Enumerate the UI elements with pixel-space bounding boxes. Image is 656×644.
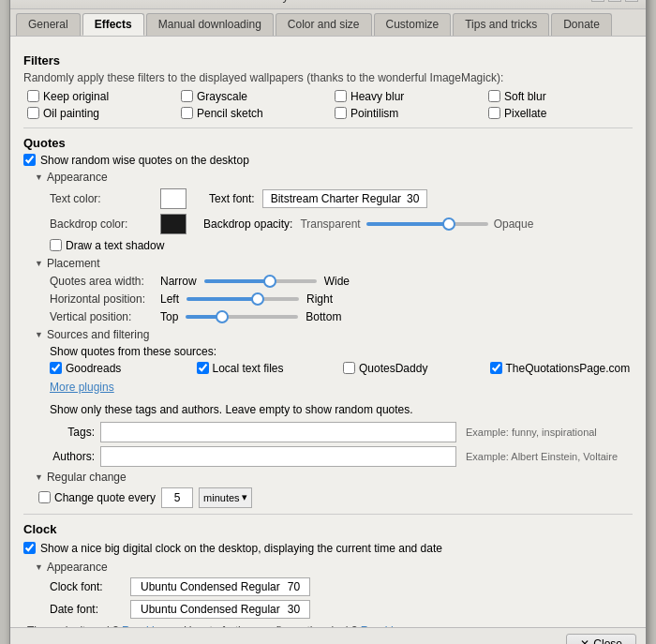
narrow-label: Narrow [160,275,197,288]
preferences-window: Variety Preferences ─ □ ✕ General Effect… [9,0,647,644]
clock-appearance-triangle: ▼ [35,562,43,572]
source-local-text[interactable]: Local text files [197,362,340,375]
sources-header[interactable]: ▼ Sources and filtering [35,328,633,341]
regular-change-label: Regular change [47,471,127,484]
sources-label: Sources and filtering [47,328,149,341]
width-row: Quotes area width: Narrow Wide [46,275,633,288]
minutes-input[interactable] [161,487,193,508]
date-font-size: 30 [288,603,300,616]
text-color-row: Text color: Text font: Bitstream Charter… [46,188,633,209]
clock-appearance-header[interactable]: ▼ Appearance [35,561,633,574]
regular-change-header[interactable]: ▼ Regular change [35,471,633,484]
filter-label: Show only these tags and authors. Leave … [50,403,633,416]
tab-customize[interactable]: Customize [374,13,452,36]
filter-oil-painting-checkbox[interactable] [27,107,39,119]
source-quotationspage[interactable]: TheQuotationsPage.com [490,362,634,375]
placement-triangle: ▼ [35,259,43,268]
date-font-button[interactable]: Ubuntu Condensed Regular 30 [130,600,310,619]
opacity-slider[interactable] [366,222,488,226]
tab-general[interactable]: General [16,13,81,36]
titlebar: Variety Preferences ─ □ ✕ [10,0,646,9]
filter-pixellate[interactable]: Pixellate [488,107,633,120]
horiz-label: Horizontal position: [50,292,153,306]
titlebar-right-controls: ─ □ ✕ [591,0,638,2]
text-font-size: 30 [407,192,419,205]
tab-color-and-size[interactable]: Color and size [276,13,372,36]
authors-example: Example: Albert Einstein, Voltaire [466,451,618,462]
backdrop-color-swatch[interactable] [160,214,186,234]
source-goodreads-checkbox[interactable] [50,362,62,374]
filter-heavy-blur-checkbox[interactable] [335,90,347,102]
filter-keep-original-checkbox[interactable] [27,90,39,102]
tab-donate[interactable]: Donate [551,13,612,36]
sources-content: Show quotes from these sources: Goodread… [46,345,633,467]
more-plugins-link[interactable]: More plugins [50,381,114,394]
placement-subsection: ▼ Placement Quotes area width: Narrow Wi… [35,257,633,323]
sources-subsection: ▼ Sources and filtering Show quotes from… [35,328,633,467]
filter-pointilism[interactable]: Pointilism [335,107,479,120]
change-every-checkbox-label[interactable]: Change quote every [38,491,156,504]
close-icon: ✕ [580,637,589,645]
clock-font-button[interactable]: Ubuntu Condensed Regular 70 [130,577,310,596]
close-button[interactable]: ✕ Close [566,634,636,645]
show-clock-checkbox[interactable] [23,542,36,554]
clock-font-label: Clock font: [50,580,123,593]
horiz-slider[interactable] [186,297,299,301]
minimize-button[interactable]: ─ [591,0,604,2]
separator-1 [23,127,633,128]
text-color-swatch[interactable] [160,188,186,209]
text-color-label: Text color: [50,192,153,205]
filter-oil-painting[interactable]: Oil painting [27,107,171,120]
vert-slider[interactable] [186,315,298,319]
read-here-2-link[interactable]: Read here [361,624,413,627]
show-from-label: Show quotes from these sources: [50,345,633,358]
authors-input[interactable] [100,446,456,467]
filter-grayscale-checkbox[interactable] [181,90,193,102]
filter-soft-blur-checkbox[interactable] [488,90,500,102]
filter-pointilism-checkbox[interactable] [335,107,347,119]
tab-effects[interactable]: Effects [82,13,144,36]
tags-input[interactable] [100,422,456,442]
maximize-button[interactable]: □ [608,0,621,2]
change-every-checkbox[interactable] [38,491,51,503]
text-font-label: Text font: [209,192,255,205]
close-title-button[interactable]: ✕ [625,0,638,2]
regular-change-triangle: ▼ [35,472,43,482]
tab-bar: General Effects Manual downloading Color… [10,9,646,37]
filter-soft-blur[interactable]: Soft blur [488,90,633,103]
quotes-appearance-header[interactable]: ▼ Appearance [35,171,633,184]
date-font-name: Ubuntu Condensed Regular [141,603,280,616]
clock-appearance-content: Clock font: Ubuntu Condensed Regular 70 … [46,577,633,619]
source-quotesdaddy-checkbox[interactable] [343,362,355,374]
show-random-checkbox[interactable] [23,154,36,166]
clock-font-name: Ubuntu Condensed Regular [141,580,280,593]
tags-label: Tags: [46,426,95,439]
tab-manual-downloading[interactable]: Manual downloading [146,13,274,36]
placement-header[interactable]: ▼ Placement [35,257,633,270]
filter-grayscale[interactable]: Grayscale [181,90,325,103]
opaque-label: Opaque [494,217,534,231]
clock-font-size: 70 [288,580,300,593]
filter-pencil-sketch-checkbox[interactable] [181,107,193,119]
filter-heavy-blur[interactable]: Heavy blur [335,90,479,103]
shadow-label[interactable]: Draw a text shadow [50,239,164,252]
bottom-label: Bottom [306,310,341,323]
shadow-checkbox[interactable] [50,239,62,251]
minutes-dropdown-button[interactable]: minutes ▾ [199,487,252,508]
top-label: Top [160,310,178,323]
filter-pencil-sketch[interactable]: Pencil sketch [181,107,325,120]
sources-grid: Goodreads Local text files QuotesDaddy T… [50,362,633,375]
opacity-slider-row: Transparent Opaque [300,217,533,231]
filter-keep-original[interactable]: Keep original [27,90,171,103]
quotes-appearance-content: Text color: Text font: Bitstream Charter… [46,188,633,252]
source-local-text-checkbox[interactable] [197,362,209,374]
text-font-button[interactable]: Bitstream Charter Regular 30 [262,189,428,208]
width-slider[interactable] [204,279,317,283]
read-here-1-link[interactable]: Read here [122,624,174,627]
source-goodreads[interactable]: Goodreads [50,362,193,375]
source-quotationspage-checkbox[interactable] [490,362,502,374]
source-quotesdaddy[interactable]: QuotesDaddy [343,362,486,375]
tab-tips-and-tricks[interactable]: Tips and tricks [453,13,549,36]
filter-pixellate-checkbox[interactable] [488,107,500,119]
quotes-appearance-triangle: ▼ [35,172,43,182]
